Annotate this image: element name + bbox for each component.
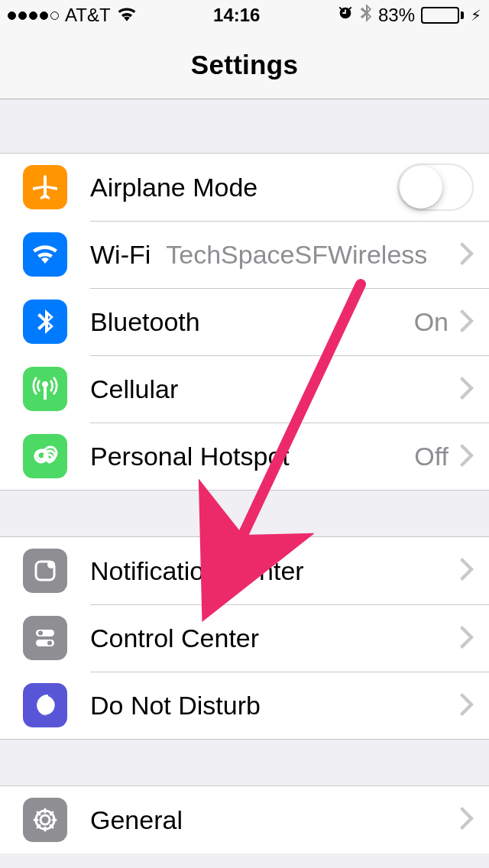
status-bar: AT&T 14:16 83% ⚡︎ <box>0 0 489 31</box>
row-do-not-disturb[interactable]: Do Not Disturb <box>0 672 489 739</box>
settings-group-connectivity: Airplane Mode Wi-Fi TechSpaceSFWireless <box>0 153 489 491</box>
status-right: 83% ⚡︎ <box>337 4 481 27</box>
svg-point-5 <box>38 631 43 636</box>
bluetooth-icon <box>23 300 67 344</box>
row-label: Control Center <box>90 623 259 653</box>
row-general[interactable]: General <box>0 786 489 853</box>
wifi-icon <box>23 232 67 277</box>
chevron-right-icon <box>460 377 474 403</box>
svg-point-7 <box>47 641 52 646</box>
charging-icon: ⚡︎ <box>471 6 481 24</box>
battery-icon <box>421 7 464 24</box>
row-label: Bluetooth <box>90 307 200 337</box>
row-airplane-mode[interactable]: Airplane Mode <box>0 154 489 221</box>
row-label: Notification Center <box>90 556 304 586</box>
settings-group-general: General <box>0 785 489 853</box>
row-label: Airplane Mode <box>90 173 257 202</box>
chevron-right-icon <box>460 693 474 719</box>
chevron-right-icon <box>460 558 474 584</box>
hotspot-icon <box>23 434 67 478</box>
settings-list: Airplane Mode Wi-Fi TechSpaceSFWireless <box>0 99 489 853</box>
row-label: Cellular <box>90 374 178 404</box>
toggle-knob <box>400 166 442 209</box>
battery-percent: 83% <box>378 5 415 26</box>
row-cellular[interactable]: Cellular <box>0 355 489 423</box>
row-notification-center[interactable]: Notification Center <box>0 537 489 604</box>
settings-group-notifications: Notification Center Control Center Do No… <box>0 536 489 740</box>
cellular-icon <box>23 367 67 411</box>
wifi-status-icon <box>117 5 137 26</box>
chevron-right-icon <box>460 807 474 833</box>
carrier-label: AT&T <box>65 5 111 26</box>
row-label: Personal Hotspot <box>90 442 290 471</box>
chevron-right-icon <box>460 309 474 335</box>
airplane-icon <box>23 165 67 209</box>
svg-point-9 <box>36 811 54 829</box>
row-wifi[interactable]: Wi-Fi TechSpaceSFWireless <box>0 221 489 288</box>
row-control-center[interactable]: Control Center <box>0 604 489 672</box>
svg-point-8 <box>40 815 50 824</box>
status-time: 14:16 <box>213 5 260 26</box>
notification-icon <box>23 549 67 593</box>
section-gap <box>0 740 489 785</box>
section-gap <box>0 99 489 153</box>
chevron-right-icon <box>460 626 474 652</box>
alarm-icon <box>337 5 354 26</box>
row-value: Off <box>299 442 449 471</box>
row-hotspot[interactable]: Personal Hotspot Off <box>0 423 489 490</box>
chevron-right-icon <box>460 242 474 268</box>
row-label: Do Not Disturb <box>90 691 261 721</box>
svg-point-3 <box>47 561 55 568</box>
row-bluetooth[interactable]: Bluetooth On <box>0 288 489 355</box>
control-center-icon <box>23 616 67 660</box>
airplane-toggle[interactable] <box>397 164 474 211</box>
status-left: AT&T <box>8 5 137 26</box>
page-title: Settings <box>0 31 489 99</box>
signal-strength-icon <box>8 11 59 20</box>
row-value: On <box>209 307 449 337</box>
chevron-right-icon <box>460 444 474 470</box>
row-label: Wi-Fi <box>90 240 151 270</box>
row-value: TechSpaceSFWireless <box>166 240 427 270</box>
row-label: General <box>90 805 183 835</box>
section-gap <box>0 491 489 536</box>
general-icon <box>23 798 67 842</box>
bluetooth-status-icon <box>360 4 372 27</box>
dnd-icon <box>23 683 67 727</box>
